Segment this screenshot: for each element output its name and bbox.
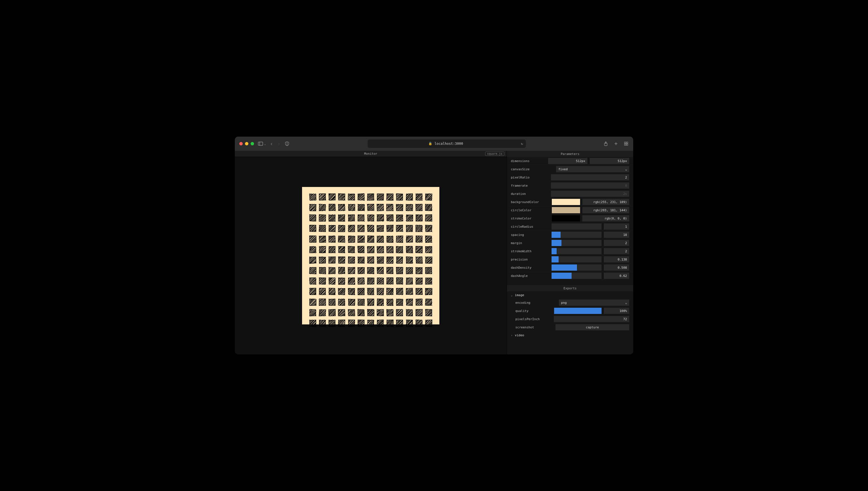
dashdensity-value[interactable]: 0.508 bbox=[604, 264, 629, 271]
sketch-tile bbox=[328, 235, 336, 243]
chevron-down-icon: ⌄ bbox=[264, 142, 266, 145]
sketch-tile bbox=[309, 308, 317, 317]
param-strokecolor: strokeColor rgb(0, 0, 0) bbox=[507, 214, 633, 223]
sketch-tile bbox=[357, 213, 365, 222]
sketch-tile bbox=[338, 319, 346, 327]
sketch-tile bbox=[396, 266, 403, 275]
url-bar[interactable]: 🔒 localhost:3000 ↻ bbox=[368, 139, 526, 148]
share-icon[interactable] bbox=[603, 141, 608, 146]
close-dot[interactable] bbox=[239, 142, 243, 145]
param-precision: precision 0.138 bbox=[507, 255, 633, 264]
sketch-tile bbox=[338, 277, 346, 285]
dimensions-w-input[interactable]: 512px bbox=[548, 158, 588, 164]
sketch-tile bbox=[357, 277, 365, 285]
sketch-tile bbox=[367, 319, 375, 327]
sketch-tile bbox=[405, 298, 413, 307]
sketch-tile bbox=[367, 224, 375, 233]
param-margin: margin 2 bbox=[507, 239, 633, 247]
shield-icon[interactable] bbox=[284, 141, 290, 146]
margin-value[interactable]: 2 bbox=[604, 240, 629, 246]
tabs-grid-icon[interactable] bbox=[624, 141, 629, 146]
sidebar-toggle[interactable]: ⌄ bbox=[258, 141, 266, 146]
sketch-tile bbox=[338, 224, 346, 233]
sketch-tile bbox=[328, 193, 336, 201]
strokecolor-value[interactable]: rgb(0, 0, 0) bbox=[582, 215, 629, 222]
video-group-toggle[interactable]: › video bbox=[507, 331, 633, 339]
circlecolor-swatch[interactable] bbox=[552, 207, 580, 213]
monitor-header: Monitor square.js bbox=[235, 151, 507, 157]
sketch-tile bbox=[405, 235, 413, 243]
encoding-select[interactable]: png ⌄ bbox=[559, 299, 629, 306]
sketch-tile bbox=[338, 245, 346, 254]
toolbar-right bbox=[603, 141, 629, 146]
app-content: Monitor square.js Parameters dimensions … bbox=[235, 151, 633, 354]
image-group-toggle[interactable]: ⌄ image bbox=[507, 291, 633, 299]
param-dimensions: dimensions 512px 512px bbox=[507, 157, 633, 165]
quality-slider[interactable] bbox=[554, 308, 601, 314]
spacing-slider[interactable] bbox=[552, 232, 601, 238]
reload-icon[interactable]: ↻ bbox=[521, 142, 523, 146]
precision-slider[interactable] bbox=[552, 256, 601, 262]
circlecolor-value[interactable]: rgb(203, 181, 144) bbox=[582, 207, 629, 213]
framerate-input[interactable]: 0 bbox=[551, 182, 629, 189]
sketch-tile bbox=[396, 308, 403, 317]
sketch-tile bbox=[309, 287, 317, 296]
precision-value[interactable]: 0.138 bbox=[604, 256, 629, 262]
sketch-tile bbox=[367, 256, 375, 264]
sketch-tile bbox=[396, 287, 403, 296]
param-pixelratio: pixelRatio 2 bbox=[507, 173, 633, 181]
new-tab-icon[interactable] bbox=[613, 141, 619, 146]
duration-input[interactable]: 2s bbox=[551, 191, 629, 197]
sketch-tile bbox=[425, 266, 433, 275]
maximize-dot[interactable] bbox=[251, 142, 254, 145]
sketch-tile bbox=[376, 298, 384, 307]
sketch-tile bbox=[338, 193, 346, 201]
sketch-tile bbox=[357, 256, 365, 264]
file-tag[interactable]: square.js bbox=[485, 152, 504, 156]
strokecolor-swatch[interactable] bbox=[552, 215, 580, 222]
dimensions-h-input[interactable]: 512px bbox=[590, 158, 629, 164]
dashangle-value[interactable]: 0.62 bbox=[604, 273, 629, 279]
sketch-tile bbox=[318, 213, 327, 222]
sketch-tile bbox=[309, 277, 317, 285]
sketch-tile bbox=[318, 319, 327, 327]
sketch-tile bbox=[405, 213, 413, 222]
param-backgroundcolor: backgroundColor rgb(255, 231, 189) bbox=[507, 198, 633, 206]
strokewidth-value[interactable]: 2 bbox=[604, 248, 629, 254]
sketch-tile bbox=[328, 213, 336, 222]
pixelratio-input[interactable]: 2 bbox=[551, 174, 629, 180]
strokewidth-slider[interactable] bbox=[552, 248, 601, 254]
forward-button: › bbox=[277, 140, 281, 147]
back-button[interactable]: ‹ bbox=[270, 140, 273, 147]
sketch-tile bbox=[405, 277, 413, 285]
circleradius-value[interactable]: 1 bbox=[604, 224, 629, 230]
capture-button[interactable]: capture bbox=[556, 324, 629, 330]
sketch-tile bbox=[425, 203, 433, 212]
dashdensity-slider[interactable] bbox=[552, 264, 601, 271]
lock-icon: 🔒 bbox=[428, 142, 432, 146]
sketch-tile bbox=[415, 224, 423, 233]
sketch-tile bbox=[328, 224, 336, 233]
sketch-tile bbox=[367, 277, 375, 285]
sketch-tile bbox=[405, 266, 413, 275]
spacing-value[interactable]: 18 bbox=[604, 232, 629, 238]
export-encoding: encoding png ⌄ bbox=[507, 299, 633, 307]
sketch-tile bbox=[318, 256, 327, 264]
sketch-tile bbox=[357, 298, 365, 307]
pixelsperinch-input[interactable]: 72 bbox=[554, 316, 629, 322]
chevron-down-icon: ⌄ bbox=[625, 301, 627, 305]
sketch-tile bbox=[309, 193, 317, 201]
margin-slider[interactable] bbox=[552, 240, 601, 246]
sketch-tile bbox=[415, 193, 423, 201]
circleradius-slider[interactable] bbox=[552, 224, 601, 230]
backgroundcolor-swatch[interactable] bbox=[552, 199, 580, 205]
titlebar: ⌄ ‹ › 🔒 localhost:3000 ↻ bbox=[235, 137, 633, 151]
quality-value[interactable]: 100% bbox=[604, 308, 629, 314]
dashangle-slider[interactable] bbox=[552, 273, 601, 279]
canvassize-select[interactable]: fixed ⌄ bbox=[556, 166, 629, 172]
param-canvassize: canvasSize fixed ⌄ bbox=[507, 165, 633, 173]
backgroundcolor-value[interactable]: rgb(255, 231, 189) bbox=[582, 199, 629, 205]
sketch-tile bbox=[396, 193, 403, 201]
sketch-tile bbox=[347, 298, 355, 307]
minimize-dot[interactable] bbox=[245, 142, 248, 145]
